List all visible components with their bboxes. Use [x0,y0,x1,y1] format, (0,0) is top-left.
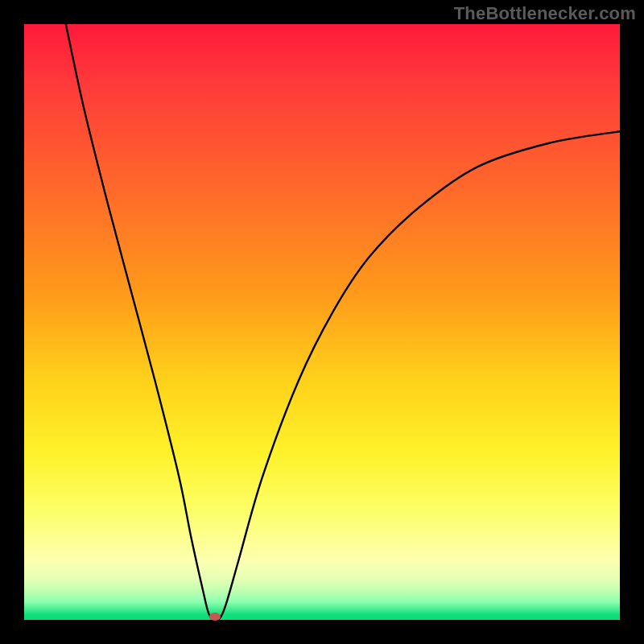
watermark-text: TheBottlenecker.com [454,3,636,24]
curve-path [66,24,620,620]
bottleneck-curve [24,24,620,620]
optimal-point-marker [209,613,221,621]
chart-frame: TheBottlenecker.com [0,0,644,644]
plot-area [24,24,620,620]
